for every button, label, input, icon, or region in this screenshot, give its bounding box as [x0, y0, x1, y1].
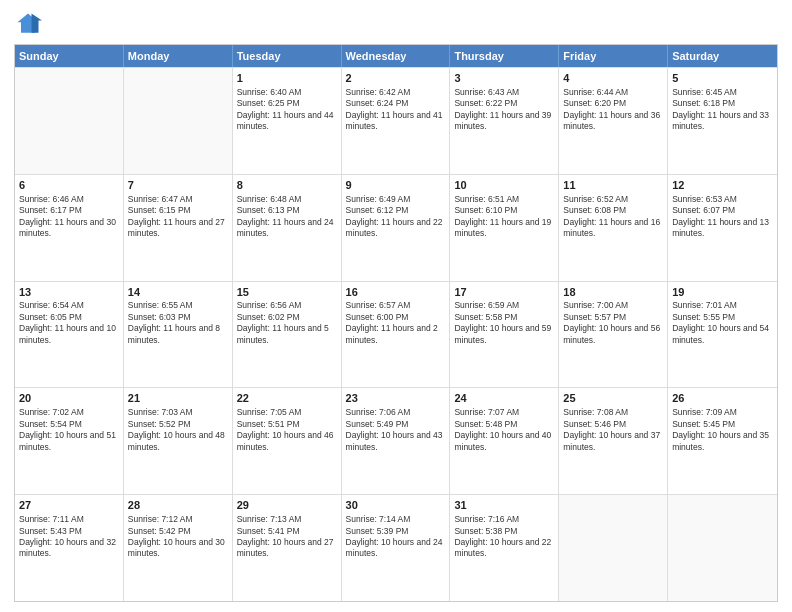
day-header-monday: Monday	[124, 45, 233, 67]
cal-cell	[124, 68, 233, 174]
week-row-5: 27Sunrise: 7:11 AM Sunset: 5:43 PM Dayli…	[15, 494, 777, 601]
cal-cell: 24Sunrise: 7:07 AM Sunset: 5:48 PM Dayli…	[450, 388, 559, 494]
cal-cell: 7Sunrise: 6:47 AM Sunset: 6:15 PM Daylig…	[124, 175, 233, 281]
cell-info: Sunrise: 6:49 AM Sunset: 6:12 PM Dayligh…	[346, 194, 446, 240]
cell-day-number: 18	[563, 285, 663, 300]
cell-day-number: 20	[19, 391, 119, 406]
cell-day-number: 9	[346, 178, 446, 193]
day-header-wednesday: Wednesday	[342, 45, 451, 67]
calendar: SundayMondayTuesdayWednesdayThursdayFrid…	[14, 44, 778, 602]
svg-marker-1	[32, 14, 43, 33]
week-row-4: 20Sunrise: 7:02 AM Sunset: 5:54 PM Dayli…	[15, 387, 777, 494]
cell-info: Sunrise: 6:54 AM Sunset: 6:05 PM Dayligh…	[19, 300, 119, 346]
cell-info: Sunrise: 6:44 AM Sunset: 6:20 PM Dayligh…	[563, 87, 663, 133]
week-row-2: 6Sunrise: 6:46 AM Sunset: 6:17 PM Daylig…	[15, 174, 777, 281]
cal-cell: 14Sunrise: 6:55 AM Sunset: 6:03 PM Dayli…	[124, 282, 233, 388]
page: SundayMondayTuesdayWednesdayThursdayFrid…	[0, 0, 792, 612]
cell-info: Sunrise: 7:12 AM Sunset: 5:42 PM Dayligh…	[128, 514, 228, 560]
cell-info: Sunrise: 7:13 AM Sunset: 5:41 PM Dayligh…	[237, 514, 337, 560]
cell-day-number: 27	[19, 498, 119, 513]
cal-cell: 28Sunrise: 7:12 AM Sunset: 5:42 PM Dayli…	[124, 495, 233, 601]
cal-cell	[559, 495, 668, 601]
calendar-header-row: SundayMondayTuesdayWednesdayThursdayFrid…	[15, 45, 777, 67]
cell-day-number: 24	[454, 391, 554, 406]
cell-info: Sunrise: 6:57 AM Sunset: 6:00 PM Dayligh…	[346, 300, 446, 346]
cell-info: Sunrise: 6:46 AM Sunset: 6:17 PM Dayligh…	[19, 194, 119, 240]
cell-day-number: 8	[237, 178, 337, 193]
cell-info: Sunrise: 7:02 AM Sunset: 5:54 PM Dayligh…	[19, 407, 119, 453]
cell-info: Sunrise: 7:16 AM Sunset: 5:38 PM Dayligh…	[454, 514, 554, 560]
cal-cell: 19Sunrise: 7:01 AM Sunset: 5:55 PM Dayli…	[668, 282, 777, 388]
calendar-body: 1Sunrise: 6:40 AM Sunset: 6:25 PM Daylig…	[15, 67, 777, 601]
cell-info: Sunrise: 7:11 AM Sunset: 5:43 PM Dayligh…	[19, 514, 119, 560]
cell-info: Sunrise: 7:07 AM Sunset: 5:48 PM Dayligh…	[454, 407, 554, 453]
cell-info: Sunrise: 7:14 AM Sunset: 5:39 PM Dayligh…	[346, 514, 446, 560]
cell-info: Sunrise: 7:00 AM Sunset: 5:57 PM Dayligh…	[563, 300, 663, 346]
cell-day-number: 1	[237, 71, 337, 86]
cell-info: Sunrise: 7:03 AM Sunset: 5:52 PM Dayligh…	[128, 407, 228, 453]
cal-cell: 13Sunrise: 6:54 AM Sunset: 6:05 PM Dayli…	[15, 282, 124, 388]
cal-cell: 12Sunrise: 6:53 AM Sunset: 6:07 PM Dayli…	[668, 175, 777, 281]
logo-icon	[14, 10, 42, 38]
cell-day-number: 14	[128, 285, 228, 300]
cal-cell: 17Sunrise: 6:59 AM Sunset: 5:58 PM Dayli…	[450, 282, 559, 388]
cell-info: Sunrise: 6:48 AM Sunset: 6:13 PM Dayligh…	[237, 194, 337, 240]
cell-day-number: 2	[346, 71, 446, 86]
cal-cell: 2Sunrise: 6:42 AM Sunset: 6:24 PM Daylig…	[342, 68, 451, 174]
cell-info: Sunrise: 6:51 AM Sunset: 6:10 PM Dayligh…	[454, 194, 554, 240]
cell-info: Sunrise: 6:53 AM Sunset: 6:07 PM Dayligh…	[672, 194, 773, 240]
cell-info: Sunrise: 6:47 AM Sunset: 6:15 PM Dayligh…	[128, 194, 228, 240]
cell-info: Sunrise: 6:40 AM Sunset: 6:25 PM Dayligh…	[237, 87, 337, 133]
cell-day-number: 3	[454, 71, 554, 86]
cal-cell: 16Sunrise: 6:57 AM Sunset: 6:00 PM Dayli…	[342, 282, 451, 388]
cal-cell: 20Sunrise: 7:02 AM Sunset: 5:54 PM Dayli…	[15, 388, 124, 494]
cell-info: Sunrise: 6:55 AM Sunset: 6:03 PM Dayligh…	[128, 300, 228, 346]
cell-info: Sunrise: 7:05 AM Sunset: 5:51 PM Dayligh…	[237, 407, 337, 453]
week-row-1: 1Sunrise: 6:40 AM Sunset: 6:25 PM Daylig…	[15, 67, 777, 174]
cell-info: Sunrise: 7:06 AM Sunset: 5:49 PM Dayligh…	[346, 407, 446, 453]
cell-day-number: 5	[672, 71, 773, 86]
cal-cell: 8Sunrise: 6:48 AM Sunset: 6:13 PM Daylig…	[233, 175, 342, 281]
cal-cell: 3Sunrise: 6:43 AM Sunset: 6:22 PM Daylig…	[450, 68, 559, 174]
cal-cell: 18Sunrise: 7:00 AM Sunset: 5:57 PM Dayli…	[559, 282, 668, 388]
cal-cell: 1Sunrise: 6:40 AM Sunset: 6:25 PM Daylig…	[233, 68, 342, 174]
cal-cell: 10Sunrise: 6:51 AM Sunset: 6:10 PM Dayli…	[450, 175, 559, 281]
cell-info: Sunrise: 6:43 AM Sunset: 6:22 PM Dayligh…	[454, 87, 554, 133]
cell-day-number: 25	[563, 391, 663, 406]
cell-day-number: 29	[237, 498, 337, 513]
cal-cell: 5Sunrise: 6:45 AM Sunset: 6:18 PM Daylig…	[668, 68, 777, 174]
cell-info: Sunrise: 6:52 AM Sunset: 6:08 PM Dayligh…	[563, 194, 663, 240]
cell-day-number: 19	[672, 285, 773, 300]
header	[14, 10, 778, 38]
cal-cell: 26Sunrise: 7:09 AM Sunset: 5:45 PM Dayli…	[668, 388, 777, 494]
cell-info: Sunrise: 6:42 AM Sunset: 6:24 PM Dayligh…	[346, 87, 446, 133]
cell-day-number: 16	[346, 285, 446, 300]
cell-day-number: 23	[346, 391, 446, 406]
cal-cell: 29Sunrise: 7:13 AM Sunset: 5:41 PM Dayli…	[233, 495, 342, 601]
cell-info: Sunrise: 6:59 AM Sunset: 5:58 PM Dayligh…	[454, 300, 554, 346]
cal-cell: 27Sunrise: 7:11 AM Sunset: 5:43 PM Dayli…	[15, 495, 124, 601]
cell-day-number: 11	[563, 178, 663, 193]
cell-day-number: 7	[128, 178, 228, 193]
cal-cell: 31Sunrise: 7:16 AM Sunset: 5:38 PM Dayli…	[450, 495, 559, 601]
cell-info: Sunrise: 7:08 AM Sunset: 5:46 PM Dayligh…	[563, 407, 663, 453]
day-header-friday: Friday	[559, 45, 668, 67]
cell-day-number: 26	[672, 391, 773, 406]
cell-day-number: 12	[672, 178, 773, 193]
week-row-3: 13Sunrise: 6:54 AM Sunset: 6:05 PM Dayli…	[15, 281, 777, 388]
day-header-sunday: Sunday	[15, 45, 124, 67]
cal-cell: 25Sunrise: 7:08 AM Sunset: 5:46 PM Dayli…	[559, 388, 668, 494]
cell-day-number: 4	[563, 71, 663, 86]
cal-cell: 4Sunrise: 6:44 AM Sunset: 6:20 PM Daylig…	[559, 68, 668, 174]
cal-cell: 21Sunrise: 7:03 AM Sunset: 5:52 PM Dayli…	[124, 388, 233, 494]
cell-day-number: 30	[346, 498, 446, 513]
day-header-tuesday: Tuesday	[233, 45, 342, 67]
cell-day-number: 31	[454, 498, 554, 513]
cell-day-number: 15	[237, 285, 337, 300]
cal-cell: 11Sunrise: 6:52 AM Sunset: 6:08 PM Dayli…	[559, 175, 668, 281]
cal-cell: 15Sunrise: 6:56 AM Sunset: 6:02 PM Dayli…	[233, 282, 342, 388]
cell-day-number: 6	[19, 178, 119, 193]
cell-day-number: 13	[19, 285, 119, 300]
day-header-saturday: Saturday	[668, 45, 777, 67]
cell-info: Sunrise: 7:01 AM Sunset: 5:55 PM Dayligh…	[672, 300, 773, 346]
